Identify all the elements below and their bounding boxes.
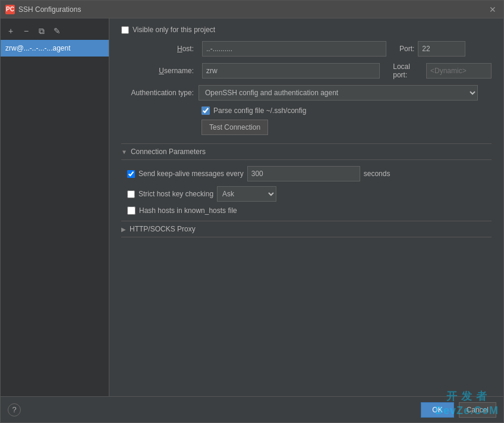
title-bar-left: PC SSH Configurations [5,5,81,14]
connection-params-section[interactable]: ▼ Connection Parameters [121,143,492,160]
visible-only-checkbox[interactable] [121,26,129,34]
visible-only-row: Visible only for this project [121,26,492,34]
title-bar: PC SSH Configurations ✕ [1,1,503,18]
hash-hosts-checkbox[interactable] [127,206,136,215]
test-connection-row: Test Connection [121,120,492,135]
sidebar-toolbar: + − ⧉ ✎ [1,22,109,40]
strict-host-key-select[interactable]: Ask Yes No [217,186,276,202]
sidebar: + − ⧉ ✎ zrw@...-..-...-...agent [1,18,109,396]
auth-type-select[interactable]: OpenSSH config and authentication agent … [199,85,478,101]
parse-config-checkbox-row: Parse config file ~/.ssh/config [201,106,492,115]
parse-config-row: Parse config file ~/.ssh/config [121,106,492,115]
remove-button[interactable]: − [20,24,33,37]
host-input[interactable] [202,41,386,57]
edit-button[interactable]: ✎ [51,24,64,37]
keepalive-input[interactable] [247,166,360,181]
help-button[interactable]: ? [8,403,21,416]
close-button[interactable]: ✕ [487,4,499,15]
auth-type-row: Authentication type: OpenSSH config and … [121,85,492,101]
keepalive-label: Send keep-alive messages every [138,170,244,178]
connection-params-content: Send keep-alive messages every seconds S… [121,166,492,215]
http-socks-chevron: ▶ [121,226,126,233]
strict-host-key-label: Strict host key checking [138,190,213,198]
port-input[interactable] [418,41,465,57]
host-label: Host: [121,45,199,53]
username-input[interactable] [202,63,380,79]
http-socks-label: HTTP/SOCKS Proxy [130,225,196,233]
port-label: Port: [399,45,414,53]
dialog-title: SSH Configurations [18,5,81,14]
connection-params-label: Connection Parameters [131,148,206,156]
connection-params-chevron: ▼ [121,149,127,155]
hash-hosts-row: Hash hosts in known_hosts file [127,206,492,215]
strict-host-key-checkbox[interactable] [127,190,135,198]
keepalive-row: Send keep-alive messages every seconds [127,166,492,181]
test-connection-button[interactable]: Test Connection [201,120,268,135]
add-button[interactable]: + [4,24,17,37]
content-area: + − ⧉ ✎ zrw@...-..-...-...agent Visible … [1,18,503,396]
main-panel: Visible only for this project Host: Port… [109,18,503,396]
strict-host-key-row: Strict host key checking Ask Yes No [127,186,492,202]
port-group: Port: [399,41,465,57]
host-row: Host: Port: [121,41,492,57]
bottom-right: OK Cancel [421,402,496,418]
localport-group: Local port: [393,62,492,79]
parse-config-label: Parse config file ~/.ssh/config [213,106,306,115]
auth-type-label: Authentication type: [121,89,199,97]
hash-hosts-label: Hash hosts in known_hosts file [139,206,237,215]
ok-button[interactable]: OK [421,402,453,418]
seconds-label: seconds [364,170,390,178]
localport-input[interactable] [426,63,492,79]
keepalive-checkbox[interactable] [127,170,135,178]
cancel-button[interactable]: Cancel [459,402,496,418]
visible-only-label: Visible only for this project [133,26,215,34]
copy-button[interactable]: ⧉ [35,24,48,37]
parse-config-checkbox[interactable] [201,106,210,115]
username-row: Username: Local port: [121,62,492,79]
sidebar-item-0[interactable]: zrw@...-..-...-...agent [1,40,109,57]
bottom-bar: ? OK Cancel [1,396,503,422]
http-socks-section[interactable]: ▶ HTTP/SOCKS Proxy [121,221,492,237]
username-label: Username: [121,67,199,75]
app-icon: PC [5,5,15,14]
localport-label: Local port: [393,62,423,79]
dialog: PC SSH Configurations ✕ + − ⧉ ✎ zrw@...-… [0,0,504,423]
